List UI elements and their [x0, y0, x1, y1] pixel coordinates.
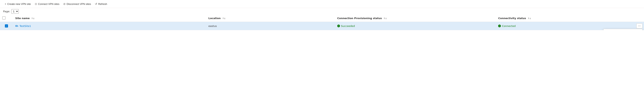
select-all-checkbox[interactable]	[2, 16, 6, 19]
table-header-row: Site name ↑↓ Location ↑↓ Connection Prov…	[0, 15, 644, 22]
col-provisioning-label: Connection Provisioning status	[337, 17, 382, 20]
location-value: eastus	[208, 24, 217, 27]
table-row: ✓ TestSite1 eastus	[0, 22, 644, 30]
col-header-provisioning[interactable]: Connection Provisioning status ↑↓	[335, 15, 496, 22]
disconnect-icon: ⊘	[63, 2, 66, 5]
vpn-site-icon	[15, 24, 18, 27]
sort-site-icon: ↑↓	[31, 17, 34, 19]
disconnect-vpn-sites-button[interactable]: ⊘ Disconnect VPN sites	[62, 1, 92, 6]
vpn-sites-table: Site name ↑↓ Location ↑↓ Connection Prov…	[0, 15, 644, 30]
context-menu: ✏ Edit VPN connection to this hub 🗑 Dele…	[604, 29, 642, 30]
page-label: Page:	[3, 10, 10, 13]
edit-vpn-connection-item[interactable]: ✏ Edit VPN connection to this hub	[604, 29, 642, 30]
provisioning-status-cell: ✓ Succeeded	[335, 22, 496, 30]
refresh-button[interactable]: ↺ Refresh	[93, 1, 109, 6]
col-location-label: Location	[208, 17, 221, 20]
more-options-cell: ··· ✏ Edit VPN connection to this hub 🗑 …	[625, 22, 644, 30]
refresh-icon: ↺	[95, 2, 97, 5]
col-header-site[interactable]: Site name ↑↓	[13, 15, 206, 22]
svg-rect-1	[16, 25, 17, 26]
connect-vpn-label: Connect VPN sites	[38, 2, 59, 5]
sort-provisioning-icon: ↑↓	[384, 17, 387, 19]
row-checkbox[interactable]: ✓	[5, 24, 8, 27]
sort-connectivity-icon: ↑↓	[528, 17, 531, 19]
refresh-label: Refresh	[98, 2, 107, 5]
toolbar: + Create new VPN site ⊙ Connect VPN site…	[0, 0, 644, 8]
col-site-label: Site name	[15, 17, 30, 20]
create-vpn-label: Create new VPN site	[7, 2, 31, 5]
plus-icon: +	[5, 2, 6, 5]
row-checkbox-cell[interactable]: ✓	[0, 22, 13, 30]
select-all-header[interactable]	[0, 15, 13, 22]
create-vpn-site-button[interactable]: + Create new VPN site	[3, 1, 32, 6]
sort-location-icon: ↑↓	[222, 17, 226, 19]
connect-icon: ⊙	[35, 2, 37, 5]
more-options-button[interactable]: ···	[636, 23, 642, 28]
provisioning-status-dot: ✓	[337, 24, 340, 27]
page-select[interactable]: 1	[11, 9, 19, 14]
site-name-cell: TestSite1	[13, 22, 206, 30]
col-header-location[interactable]: Location ↑↓	[206, 15, 335, 22]
disconnect-vpn-label: Disconnect VPN sites	[66, 2, 91, 5]
connectivity-status-dot: ✓	[498, 24, 501, 27]
connect-vpn-sites-button[interactable]: ⊙ Connect VPN sites	[33, 1, 61, 6]
pagination-bar: Page: 1	[0, 8, 644, 15]
connectivity-status-value: Connected	[502, 24, 516, 27]
site-name-link[interactable]: TestSite1	[20, 24, 31, 27]
provisioning-status-value: Succeeded	[341, 24, 355, 27]
col-header-connectivity[interactable]: Connectivity status ↑↓	[496, 15, 625, 22]
location-cell: eastus	[206, 22, 335, 30]
col-connectivity-label: Connectivity status	[498, 17, 526, 20]
col-header-actions	[625, 15, 644, 22]
